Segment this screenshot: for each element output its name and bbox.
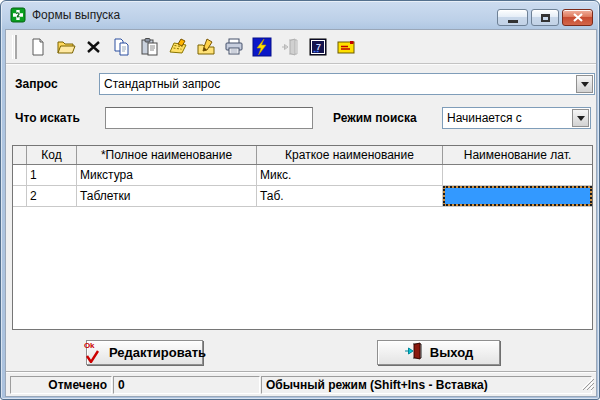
delete-x-icon[interactable]: [83, 36, 105, 58]
grid-header-short-name: Краткое наименование: [257, 146, 443, 164]
query-combobox[interactable]: Стандартный запрос: [99, 73, 595, 95]
search-label: Что искать: [15, 107, 80, 129]
printer-icon[interactable]: [223, 36, 245, 58]
grid-header-full-name: *Полное наименование: [77, 146, 257, 164]
copy-icon[interactable]: [111, 36, 133, 58]
full-name-cell[interactable]: Микстура: [77, 165, 257, 185]
edit-folder-icon[interactable]: [195, 36, 217, 58]
new-document-icon[interactable]: [27, 36, 49, 58]
selected-cell[interactable]: [443, 186, 592, 206]
grid-header-row: Код *Полное наименование Краткое наимено…: [13, 146, 592, 165]
grid-header-code: Код: [27, 146, 77, 164]
query-combobox-dropdown-button[interactable]: [576, 75, 593, 93]
search-mode-label: Режим поиска: [333, 107, 417, 129]
calculator-icon[interactable]: 7: [307, 36, 329, 58]
chevron-down-icon: [577, 116, 585, 121]
minimize-button[interactable]: [497, 9, 528, 26]
lightning-icon[interactable]: [251, 36, 273, 58]
row-indicator-cell[interactable]: [13, 186, 27, 206]
window-controls: [497, 9, 593, 26]
maximize-button[interactable]: [531, 9, 559, 26]
close-icon: [573, 13, 583, 22]
paste-icon[interactable]: [139, 36, 161, 58]
chevron-down-icon: [581, 82, 589, 87]
mail-envelope-icon[interactable]: [335, 36, 357, 58]
exit-button[interactable]: Выход: [377, 340, 500, 365]
short-name-cell[interactable]: Микс.: [257, 165, 443, 185]
client-area: 7 Запрос Стандартный запрос Что искать Р…: [5, 29, 597, 397]
edit-button-label: Редактировать: [109, 345, 206, 360]
search-mode-combobox-value: Начинается с: [443, 111, 571, 125]
pharmacy-cross-icon: [10, 7, 26, 23]
short-name-cell[interactable]: Таб.: [257, 186, 443, 206]
grid-header-latin-name: Наименование лат.: [443, 146, 592, 164]
open-folder-icon[interactable]: [55, 36, 77, 58]
search-mode-dropdown-button[interactable]: [572, 109, 589, 127]
toolbar: 7: [6, 30, 596, 64]
exit-door-disabled-icon: [279, 36, 301, 58]
table-row[interactable]: 1 Микстура Микс.: [13, 165, 592, 186]
minimize-icon: [508, 20, 518, 23]
data-grid: Код *Полное наименование Краткое наимено…: [12, 145, 593, 330]
status-marked-value: 0: [113, 376, 260, 394]
latin-name-cell[interactable]: [443, 165, 592, 185]
titlebar[interactable]: Формы выпуска: [1, 1, 599, 29]
status-bar: Отмечено 0 Обычный режим (Shift+Ins - Вс…: [6, 371, 596, 396]
window-title: Формы выпуска: [32, 8, 120, 22]
exit-door-icon: [404, 342, 424, 363]
row-indicator-cell[interactable]: [13, 165, 27, 185]
ok-checkmark-icon: Ok: [83, 343, 103, 363]
grid-header-indicator: [13, 146, 27, 164]
edit-note-icon[interactable]: [167, 36, 189, 58]
table-row[interactable]: 2 Таблетки Таб.: [13, 186, 592, 207]
code-cell[interactable]: 2: [27, 186, 77, 206]
code-cell[interactable]: 1: [27, 165, 77, 185]
full-name-cell[interactable]: Таблетки: [77, 186, 257, 206]
status-marked-label: Отмечено: [10, 376, 112, 394]
toolbar-gripper[interactable]: [12, 35, 19, 59]
search-mode-combobox[interactable]: Начинается с: [442, 107, 591, 129]
query-label: Запрос: [15, 73, 58, 95]
exit-button-label: Выход: [430, 345, 473, 360]
resize-grip[interactable]: [581, 376, 594, 394]
close-button[interactable]: [562, 9, 593, 26]
svg-text:7: 7: [316, 41, 321, 51]
status-mode-text: Обычный режим (Shift+Ins - Вставка): [261, 376, 592, 394]
search-input[interactable]: [105, 107, 313, 129]
query-combobox-value: Стандартный запрос: [100, 77, 575, 91]
edit-button[interactable]: Ok Редактировать: [86, 340, 203, 365]
maximize-icon: [541, 14, 550, 22]
app-window: Формы выпуска: [0, 0, 600, 400]
